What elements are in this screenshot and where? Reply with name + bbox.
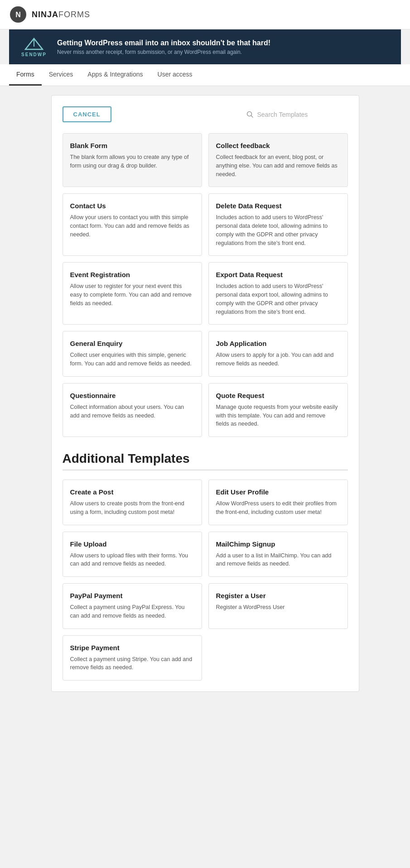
sendwp-text: Getting WordPress email into an inbox sh… (57, 39, 270, 55)
additional-template-card[interactable]: Register a User Register a WordPress Use… (208, 583, 348, 629)
template-description: The blank form allows you to create any … (70, 153, 194, 170)
additional-template-title: PayPal Payment (70, 592, 194, 599)
template-description: Allow users to apply for a job. You can … (216, 351, 340, 368)
additional-template-description: Add a user to a list in MailChimp. You c… (216, 551, 340, 569)
search-input[interactable] (257, 111, 348, 118)
template-card[interactable]: Job Application Allow users to apply for… (208, 331, 348, 377)
search-wrap (246, 111, 348, 118)
template-grid: Blank Form The blank form allows you to … (63, 133, 348, 437)
additional-template-card[interactable]: PayPal Payment Collect a payment using P… (63, 583, 202, 629)
template-title: Questionnaire (70, 392, 194, 399)
top-header: N NINJAFORMS (0, 0, 410, 29)
sendwp-banner[interactable]: SENDWP Getting WordPress email into an i… (9, 29, 401, 64)
additional-template-title: MailChimp Signup (216, 540, 340, 548)
additional-template-description: Collect a payment using PayPal Express. … (70, 603, 194, 620)
template-card[interactable]: Questionnaire Collect information about … (63, 383, 202, 437)
nav-services[interactable]: Services (42, 64, 81, 86)
template-description: Allow your users to contact you with thi… (70, 213, 194, 239)
additional-template-title: Register a User (216, 592, 340, 599)
additional-template-description: Allow users to upload files with their f… (70, 551, 194, 569)
template-title: Job Application (216, 340, 340, 347)
svg-line-6 (251, 115, 253, 117)
template-card[interactable]: Event Registration Allow user to registe… (63, 262, 202, 325)
template-description: Includes action to add users to WordPres… (216, 213, 340, 247)
template-card[interactable]: Blank Form The blank form allows you to … (63, 133, 202, 187)
additional-templates-heading: Additional Templates (63, 451, 348, 470)
additional-template-card[interactable]: Edit User Profile Allow WordPress users … (208, 480, 348, 525)
ninja-forms-logo-icon: N (9, 5, 27, 24)
template-card[interactable]: Collect feedback Collect feedback for an… (208, 133, 348, 187)
template-card[interactable]: Export Data Request Includes action to a… (208, 262, 348, 325)
additional-template-description: Allow users to create posts from the fro… (70, 499, 194, 517)
template-card[interactable]: Quote Request Manage quote requests from… (208, 383, 348, 437)
template-card[interactable]: General Enquiry Collect user enquiries w… (63, 331, 202, 377)
additional-template-card[interactable]: MailChimp Signup Add a user to a list in… (208, 532, 348, 577)
svg-text:N: N (15, 11, 21, 19)
main-nav: Forms Services Apps & Integrations User … (0, 64, 410, 86)
template-title: Export Data Request (216, 271, 340, 278)
additional-template-title: File Upload (70, 540, 194, 548)
template-description: Includes action to add users to WordPres… (216, 282, 340, 316)
template-title: Event Registration (70, 271, 194, 278)
additional-template-card[interactable]: File Upload Allow users to upload files … (63, 532, 202, 577)
sendwp-heading: Getting WordPress email into an inbox sh… (57, 39, 270, 47)
additional-grid: Create a Post Allow users to create post… (63, 480, 348, 681)
template-title: General Enquiry (70, 340, 194, 347)
additional-template-title: Stripe Payment (70, 644, 194, 652)
content-wrap: CANCEL Blank Form The blank form allows … (42, 95, 368, 710)
additional-templates-section: Additional Templates Create a Post Allow… (63, 451, 348, 681)
additional-template-title: Create a Post (70, 488, 194, 496)
additional-template-card[interactable]: Stripe Payment Collect a payment using S… (63, 635, 202, 681)
template-description: Collect feedback for an event, blog post… (216, 153, 340, 178)
template-title: Quote Request (216, 392, 340, 399)
template-title: Blank Form (70, 142, 194, 149)
nav-forms[interactable]: Forms (9, 64, 42, 86)
cancel-button[interactable]: CANCEL (63, 106, 111, 122)
sendwp-logo: SENDWP (18, 37, 50, 57)
template-description: Manage quote requests from your website … (216, 403, 340, 428)
template-title: Delete Data Request (216, 202, 340, 210)
picker-toolbar: CANCEL (63, 106, 348, 122)
sendwp-subtext: Never miss another receipt, form submiss… (57, 49, 270, 55)
additional-template-description: Register a WordPress User (216, 603, 340, 612)
additional-template-description: Collect a payment using Stripe. You can … (70, 655, 194, 672)
additional-template-title: Edit User Profile (216, 488, 340, 496)
template-description: Collect user enquiries with this simple,… (70, 351, 194, 368)
template-picker: CANCEL Blank Form The blank form allows … (51, 95, 359, 692)
template-description: Allow user to register for your next eve… (70, 282, 194, 307)
additional-template-card[interactable]: Create a Post Allow users to create post… (63, 480, 202, 525)
template-title: Collect feedback (216, 142, 340, 149)
sendwp-icon (24, 37, 43, 51)
template-description: Collect information about your users. Yo… (70, 403, 194, 420)
nav-apps-integrations[interactable]: Apps & Integrations (80, 64, 150, 86)
template-title: Contact Us (70, 202, 194, 210)
template-card[interactable]: Contact Us Allow your users to contact y… (63, 193, 202, 256)
template-card[interactable]: Delete Data Request Includes action to a… (208, 193, 348, 256)
search-icon (246, 111, 254, 118)
sendwp-label: SENDWP (21, 52, 47, 57)
additional-template-description: Allow WordPress users to edit their prof… (216, 499, 340, 517)
nav-user-access[interactable]: User access (150, 64, 200, 86)
logo-text: NINJAFORMS (32, 10, 90, 19)
